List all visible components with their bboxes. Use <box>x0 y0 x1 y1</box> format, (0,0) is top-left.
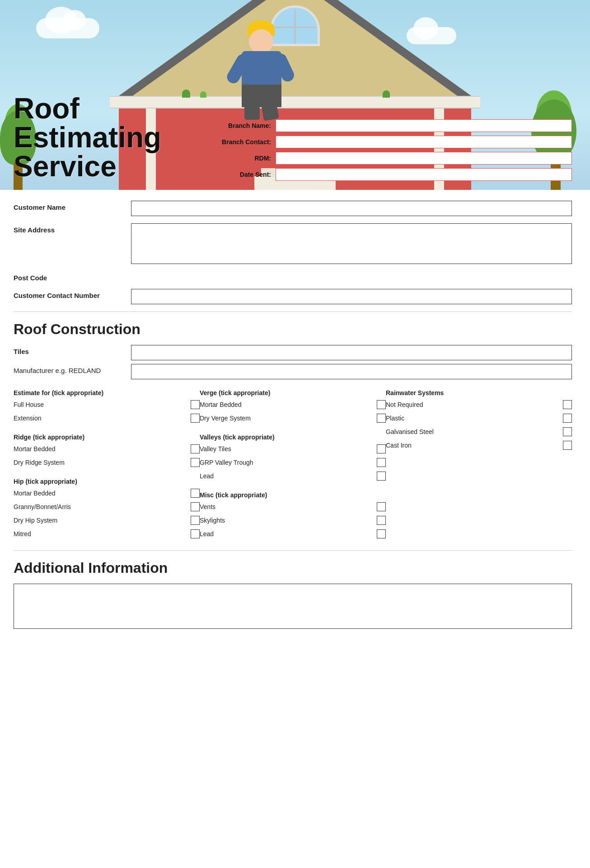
ridge-dry: Dry Ridge System <box>14 458 200 467</box>
rainwater-not-required-label: Not Required <box>386 401 559 408</box>
valleys-tiles: Valley Tiles <box>200 444 386 453</box>
hip-granny-label: Granny/Bonnet/Arris <box>14 503 187 510</box>
misc-vents: Vents <box>200 502 386 511</box>
branch-name-label: Branch Name: <box>212 122 271 129</box>
manufacturer-label: Manufacturer e.g. REDLAND <box>14 364 131 374</box>
post-code-label: Post Code <box>14 271 131 282</box>
rainwater-not-required: Not Required <box>386 400 572 409</box>
ridge-dry-checkbox[interactable] <box>191 458 200 467</box>
col-verge-valleys-misc: Verge (tick appropriate) Mortar Bedded D… <box>200 387 386 543</box>
main-content: Customer Name Site Address Post Code Cus… <box>0 190 590 642</box>
date-sent-input[interactable] <box>276 168 572 181</box>
title-line2: Service <box>14 150 117 183</box>
verge-mortar: Mortar Bedded <box>200 400 386 409</box>
valleys-heading: Valleys (tick appropriate) <box>200 434 386 441</box>
verge-dry-label: Dry Verge System <box>200 415 373 422</box>
branch-contact-label: Branch Contact: <box>212 138 271 146</box>
header-overlay: Roof Estimating Service Branch Name: Bra… <box>0 99 590 190</box>
manufacturer-input[interactable] <box>131 364 572 379</box>
site-address-input[interactable] <box>131 223 572 264</box>
rdm-input[interactable] <box>276 152 572 165</box>
tiles-label: Tiles <box>14 345 131 355</box>
valleys-grp-label: GRP Valley Trough <box>200 459 373 466</box>
post-code-row: Post Code <box>14 271 572 282</box>
customer-name-row: Customer Name <box>14 201 572 216</box>
hip-mitred: Mitred <box>14 529 200 538</box>
valleys-lead-checkbox[interactable] <box>377 472 386 481</box>
valleys-tiles-checkbox[interactable] <box>377 444 386 453</box>
title-line1: Roof Estimating <box>14 92 161 154</box>
full-house-label: Full House <box>14 401 187 408</box>
additional-info-textarea[interactable] <box>14 584 572 629</box>
customer-contact-label: Customer Contact Number <box>14 289 131 299</box>
rainwater-plastic-label: Plastic <box>386 415 559 422</box>
rainwater-cast-iron-checkbox[interactable] <box>563 441 572 450</box>
rainwater-galvanised: Galvanised Steel <box>386 427 572 436</box>
rainwater-not-required-checkbox[interactable] <box>563 400 572 409</box>
misc-skylights-checkbox[interactable] <box>377 516 386 525</box>
verge-mortar-label: Mortar Bedded <box>200 401 373 408</box>
hip-dry-checkbox[interactable] <box>191 516 200 525</box>
valleys-grp-checkbox[interactable] <box>377 458 386 467</box>
manufacturer-row: Manufacturer e.g. REDLAND <box>14 364 572 379</box>
full-house-checkbox[interactable] <box>191 400 200 409</box>
customer-name-label: Customer Name <box>14 201 131 211</box>
valleys-lead-label: Lead <box>200 472 373 480</box>
misc-skylights: Skylights <box>200 516 386 525</box>
hip-mitred-label: Mitred <box>14 530 187 538</box>
hip-mortar-label: Mortar Bedded <box>14 490 187 497</box>
rainwater-galvanised-checkbox[interactable] <box>563 427 572 436</box>
customer-name-input[interactable] <box>131 201 572 216</box>
verge-heading: Verge (tick appropriate) <box>200 387 386 396</box>
ridge-heading: Ridge (tick appropriate) <box>14 434 200 441</box>
additional-info-heading: Additional Information <box>14 560 572 576</box>
hip-granny-checkbox[interactable] <box>191 502 200 511</box>
extension-label: Extension <box>14 415 187 422</box>
customer-contact-input[interactable] <box>131 289 572 304</box>
site-address-label: Site Address <box>14 223 131 234</box>
cloud-left <box>36 18 99 38</box>
misc-lead-checkbox[interactable] <box>377 529 386 538</box>
ridge-mortar: Mortar Bedded <box>14 444 200 453</box>
header-fields-block: Branch Name: Branch Contact: RDM: Date S… <box>203 119 572 181</box>
col-estimate-ridge-hip: Estimate for (tick appropriate) Full Hou… <box>14 387 200 543</box>
branch-name-input[interactable] <box>276 119 572 132</box>
misc-lead: Lead <box>200 529 386 538</box>
rainwater-plastic-checkbox[interactable] <box>563 414 572 423</box>
roof-construction-heading: Roof Construction <box>14 321 572 338</box>
ridge-mortar-checkbox[interactable] <box>191 444 200 453</box>
branch-contact-row: Branch Contact: <box>212 136 572 148</box>
ridge-dry-label: Dry Ridge System <box>14 459 187 466</box>
hip-mitred-checkbox[interactable] <box>191 529 200 538</box>
rdm-row: RDM: <box>212 152 572 165</box>
valleys-grp: GRP Valley Trough <box>200 458 386 467</box>
misc-vents-checkbox[interactable] <box>377 502 386 511</box>
valleys-tiles-label: Valley Tiles <box>200 445 373 453</box>
divider-1 <box>14 311 572 312</box>
branch-name-row: Branch Name: <box>212 119 572 132</box>
ridge-mortar-label: Mortar Bedded <box>14 445 187 453</box>
hip-dry-label: Dry Hip System <box>14 517 187 524</box>
branch-contact-input[interactable] <box>276 136 572 148</box>
hero-section: Roof Estimating Service Branch Name: Bra… <box>0 0 590 190</box>
verge-mortar-checkbox[interactable] <box>377 400 386 409</box>
rdm-label: RDM: <box>212 155 271 162</box>
tiles-row: Tiles <box>14 345 572 360</box>
estimate-full-house: Full House <box>14 400 200 409</box>
site-address-row: Site Address <box>14 223 572 264</box>
date-sent-label: Date Sent: <box>212 171 271 178</box>
tiles-input[interactable] <box>131 345 572 360</box>
rainwater-cast-iron-label: Cast Iron <box>386 442 559 449</box>
title-block: Roof Estimating Service <box>14 94 203 181</box>
date-sent-row: Date Sent: <box>212 168 572 181</box>
valleys-lead: Lead <box>200 472 386 481</box>
checkbox-grid: Estimate for (tick appropriate) Full Hou… <box>14 387 572 543</box>
hip-dry: Dry Hip System <box>14 516 200 525</box>
customer-contact-row: Customer Contact Number <box>14 289 572 304</box>
misc-heading: Misc (tick appropriate) <box>200 491 386 499</box>
hip-mortar-checkbox[interactable] <box>191 489 200 498</box>
misc-skylights-label: Skylights <box>200 517 373 524</box>
extension-checkbox[interactable] <box>191 414 200 423</box>
divider-2 <box>14 550 572 551</box>
verge-dry-checkbox[interactable] <box>377 414 386 423</box>
